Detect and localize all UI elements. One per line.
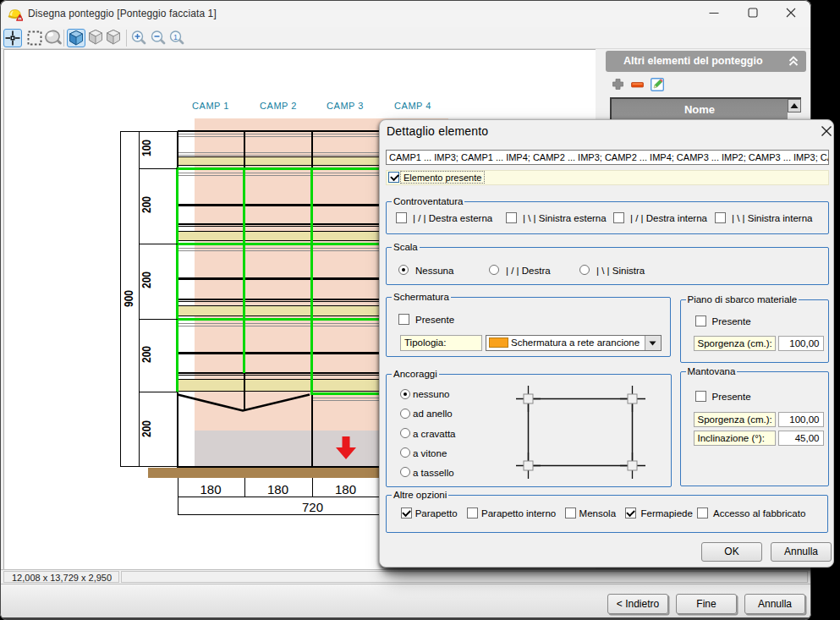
svg-text:1: 1 [173, 33, 178, 41]
